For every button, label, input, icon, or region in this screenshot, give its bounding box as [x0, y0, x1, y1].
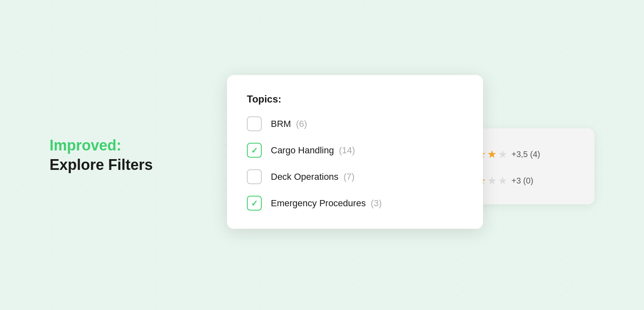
checkbox-cargo[interactable]: ✓ — [247, 143, 262, 158]
left-section: Improved: Explore Filters — [0, 136, 206, 174]
topic-name-cargo: Cargo Handling — [271, 145, 334, 156]
topic-count-emergency: (3) — [368, 198, 382, 209]
star-2-4: ★ — [487, 175, 497, 186]
checkmark-emergency: ✓ — [251, 199, 258, 207]
topic-row-deck[interactable]: Deck Operations (7) — [247, 169, 463, 184]
star-1-5: ★ — [498, 149, 507, 160]
checkbox-brm[interactable] — [247, 117, 262, 131]
improved-label: Improved: — [50, 136, 206, 154]
topic-row-emergency[interactable]: ✓ Emergency Procedures (3) — [247, 196, 463, 211]
topic-count-deck: (7) — [341, 172, 355, 182]
checkmark-cargo: ✓ — [251, 146, 258, 155]
topic-count-cargo: (14) — [336, 145, 355, 156]
topics-card: Topics: BRM (6) ✓ Cargo Handling (14) De… — [227, 75, 483, 229]
rating-text-1: +3,5 (4) — [511, 149, 540, 159]
topics-title: Topics: — [247, 93, 463, 105]
topic-row-cargo[interactable]: ✓ Cargo Handling (14) — [247, 143, 463, 158]
rating-text-2: +3 (0) — [511, 176, 533, 185]
topic-name-brm: BRM — [271, 119, 291, 129]
explore-filters-label: Explore Filters — [50, 156, 206, 174]
star-1-4: ★ — [487, 149, 497, 160]
topic-name-emergency: Emergency Procedures — [271, 198, 366, 209]
topic-name-deck: Deck Operations — [271, 172, 339, 182]
topic-row-brm[interactable]: BRM (6) — [247, 117, 463, 131]
topic-count-brm: (6) — [294, 119, 307, 129]
checkbox-emergency[interactable]: ✓ — [247, 196, 262, 211]
checkbox-deck[interactable] — [247, 169, 262, 184]
star-2-5: ★ — [498, 175, 507, 186]
